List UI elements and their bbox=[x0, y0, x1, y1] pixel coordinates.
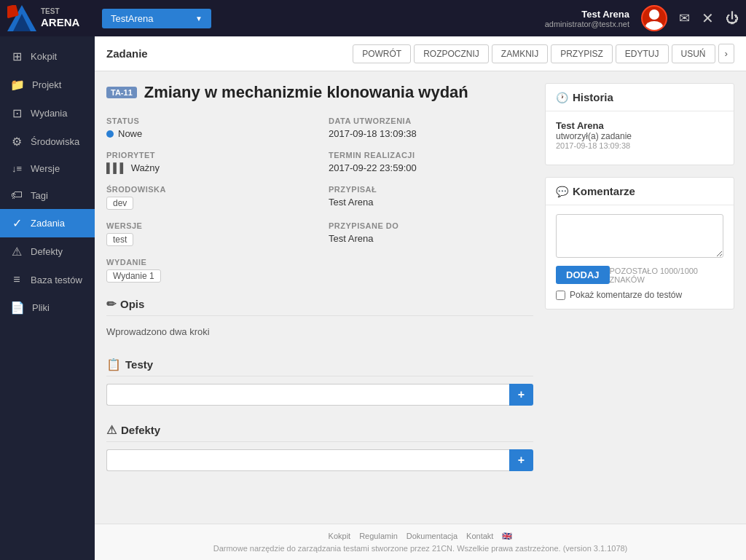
avatar[interactable] bbox=[641, 5, 667, 31]
footer-links: Kokpit Regulamin Dokumentacja Kontakt 🇬🇧 bbox=[102, 532, 739, 541]
testy-section: 📋 Testy + bbox=[106, 358, 533, 406]
env-icon: ⚙ bbox=[10, 135, 23, 149]
sidebar-item-srodowiska[interactable]: ⚙ Środowiska bbox=[0, 127, 95, 156]
historia-body: Test Arena utworzył(a) zadanie 2017-09-1… bbox=[546, 111, 734, 165]
priority-value: ▌▌▌ Ważny bbox=[106, 162, 311, 173]
defekty-icon: ⚠ bbox=[106, 423, 117, 437]
data-utworzenia-value: 2017-09-18 13:09:38 bbox=[329, 128, 533, 139]
flag-icon: 🇬🇧 bbox=[502, 532, 512, 541]
przypisal-value: Test Arena bbox=[329, 197, 533, 208]
defekty-add-button[interactable]: + bbox=[509, 449, 533, 471]
sidebar-label-defekty: Defekty bbox=[31, 246, 63, 257]
sidebar-item-wydania[interactable]: ⊡ Wydania bbox=[0, 99, 95, 127]
meta-przypisal: PRZYPISAŁ Test Arena bbox=[329, 185, 533, 210]
sidebar-item-zadania[interactable]: ✓ Zadania bbox=[0, 209, 95, 237]
releases-icon: ⊡ bbox=[10, 106, 23, 120]
przypisane-do-value: Test Arena bbox=[329, 233, 533, 244]
meta-przypisane-do: PRZYPISANE DO Test Arena bbox=[329, 221, 533, 246]
przypisal-label: PRZYPISAŁ bbox=[329, 185, 533, 194]
defects-icon: ⚠ bbox=[10, 245, 23, 259]
defekty-section: ⚠ Defekty + bbox=[106, 423, 533, 471]
defekty-input-row: + bbox=[106, 449, 533, 471]
content-area: Zadanie POWRÓT ROZPOCZNIJ ZAMKNIJ PRZYPI… bbox=[95, 36, 746, 560]
srodowiska-value: dev bbox=[106, 197, 311, 210]
grid-icon: ⊞ bbox=[10, 50, 23, 63]
usun-button[interactable]: USUŃ bbox=[672, 44, 715, 63]
przypisane-do-label: PRZYPISANE DO bbox=[329, 221, 533, 230]
defekty-input[interactable] bbox=[106, 449, 509, 471]
wersje-label: WERSJE bbox=[106, 221, 311, 230]
priority-label: PRIORYTET bbox=[106, 151, 311, 159]
testy-input[interactable] bbox=[106, 384, 509, 406]
przypisz-button[interactable]: PRZYPISZ bbox=[551, 44, 613, 63]
komentarze-title: 💬 Komentarze bbox=[546, 178, 734, 205]
meta-termin: TERMIN REALIZACJI 2017-09-22 23:59:00 bbox=[329, 151, 533, 173]
meta-wersje: WERSJE test bbox=[106, 221, 311, 246]
opis-icon: ✏ bbox=[106, 297, 116, 311]
sidebar-label-tagi: Tagi bbox=[31, 190, 48, 201]
status-text: Nowe bbox=[118, 128, 142, 139]
opis-label: Opis bbox=[120, 298, 144, 310]
show-test-comments-checkbox[interactable] bbox=[556, 291, 565, 300]
testy-input-row: + bbox=[106, 384, 533, 406]
meta-data-utworzenia: DATA UTWORZENIA 2017-09-18 13:09:38 bbox=[329, 117, 533, 139]
history-entry: Test Arena utworzył(a) zadanie 2017-09-1… bbox=[556, 120, 723, 150]
sidebar-label-projekt: Projekt bbox=[32, 79, 61, 90]
task-meta-grid: STATUS Nowe DATA UTWORZENIA 2017-09-18 1… bbox=[106, 117, 533, 283]
logo-title: ARENA bbox=[41, 16, 79, 29]
sidebar-label-baza-testow: Baza testów bbox=[31, 275, 82, 285]
project-selector[interactable]: TestArena ▼ bbox=[102, 9, 211, 28]
sidebar-label-zadania: Zadania bbox=[31, 218, 65, 229]
footer-link-kontakt[interactable]: Kontakt bbox=[466, 532, 493, 541]
header-right: Test Arena administrator@testx.net ✉ ✕ ⏻ bbox=[545, 5, 739, 31]
historia-label: Historia bbox=[573, 91, 613, 103]
sidebar-item-wersje[interactable]: ↓≡ Wersje bbox=[0, 156, 95, 181]
wydanie-value: Wydanie 1 bbox=[106, 269, 311, 283]
status-dot bbox=[106, 130, 114, 138]
more-button[interactable]: › bbox=[718, 44, 734, 63]
footer-link-kokpit[interactable]: Kokpit bbox=[329, 532, 351, 541]
opis-content: Wprowadzono dwa kroki bbox=[106, 323, 533, 340]
data-utworzenia-label: DATA UTWORZENIA bbox=[329, 117, 533, 125]
meta-status: STATUS Nowe bbox=[106, 117, 311, 139]
srodowiska-badge: dev bbox=[106, 197, 133, 210]
sidebar-item-baza-testow[interactable]: ≡ Baza testów bbox=[0, 266, 95, 293]
add-comment-button[interactable]: DODAJ bbox=[556, 266, 610, 284]
edytuj-button[interactable]: EDYTUJ bbox=[616, 44, 669, 63]
meta-wydanie: WYDANIE Wydanie 1 bbox=[106, 258, 311, 283]
sidebar-item-kokpit[interactable]: ⊞ Kokpit bbox=[0, 42, 95, 71]
sidebar-item-tagi[interactable]: 🏷 Tagi bbox=[0, 181, 95, 209]
task-section-title: Zadanie bbox=[106, 47, 350, 60]
testbase-icon: ≡ bbox=[10, 273, 23, 286]
wersje-value: test bbox=[106, 233, 311, 246]
tasks-icon: ✓ bbox=[10, 216, 23, 230]
mail-icon[interactable]: ✉ bbox=[679, 10, 690, 26]
footer-link-regulamin[interactable]: Regulamin bbox=[359, 532, 398, 541]
sidebar-label-pliki: Pliki bbox=[32, 302, 50, 313]
sidebar-item-pliki[interactable]: 📄 Pliki bbox=[0, 293, 95, 322]
sidebar-item-defekty[interactable]: ⚠ Defekty bbox=[0, 237, 95, 266]
sidebar-label-srodowiska: Środowiska bbox=[31, 136, 79, 147]
power-icon[interactable]: ⏻ bbox=[726, 11, 739, 26]
sidebar-item-projekt[interactable]: 📁 Projekt bbox=[0, 71, 95, 99]
logo-icon bbox=[7, 5, 36, 31]
priority-text: Ważny bbox=[131, 162, 160, 173]
chevron-down-icon: ▼ bbox=[195, 15, 203, 23]
historia-panel: 🕐 Historia Test Arena utworzył(a) zadani… bbox=[545, 83, 734, 165]
task-body: TA-11 Zmiany w mechanizmie klonowania wy… bbox=[95, 71, 746, 524]
page-footer: Kokpit Regulamin Dokumentacja Kontakt 🇬🇧… bbox=[95, 524, 746, 560]
comment-textarea[interactable] bbox=[556, 214, 723, 258]
versions-icon: ↓≡ bbox=[10, 163, 23, 174]
meta-empty bbox=[329, 258, 533, 283]
wydanie-label: WYDANIE bbox=[106, 258, 311, 267]
rozpocznij-button[interactable]: ROZPOCZNIJ bbox=[414, 44, 489, 63]
history-name: Test Arena bbox=[556, 120, 723, 131]
logo-text: TEST ARENA bbox=[41, 7, 79, 29]
wersje-badge: test bbox=[106, 233, 133, 246]
testy-add-button[interactable]: + bbox=[509, 384, 533, 406]
main-layout: ⊞ Kokpit 📁 Projekt ⊡ Wydania ⚙ Środowisk… bbox=[0, 36, 746, 560]
settings-icon[interactable]: ✕ bbox=[702, 9, 714, 27]
footer-link-dokumentacja[interactable]: Dokumentacja bbox=[407, 532, 458, 541]
powrot-button[interactable]: POWRÓT bbox=[353, 44, 411, 63]
zamknij-button[interactable]: ZAMKNIJ bbox=[492, 44, 548, 63]
